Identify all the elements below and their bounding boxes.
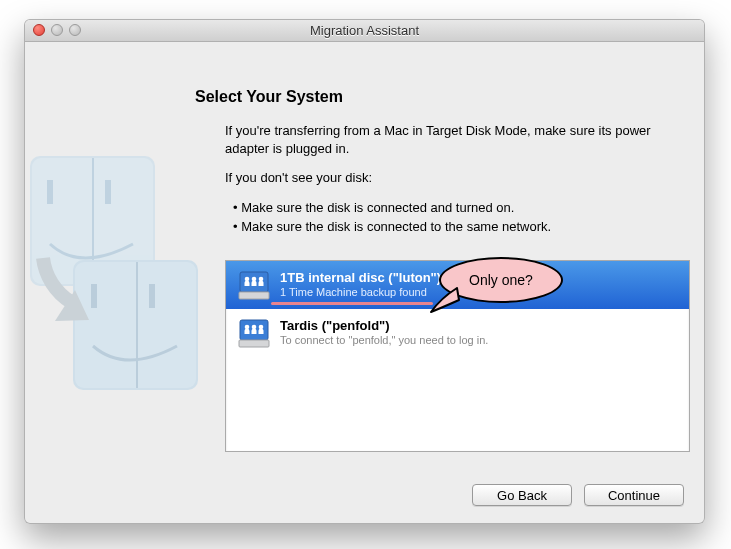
svg-rect-6: [75, 262, 196, 388]
window-title: Migration Assistant: [310, 23, 419, 38]
tips-list: Make sure the disk is connected and turn…: [225, 199, 665, 236]
network-disk-icon: [238, 317, 270, 349]
zoom-window-button[interactable]: [69, 24, 81, 36]
disk-title: 1TB internal disc ("luton"): [280, 270, 441, 286]
svg-rect-4: [105, 180, 111, 204]
finder-faces-illustration: [25, 142, 205, 412]
tip-item: Make sure the disk is connected to the s…: [233, 218, 665, 236]
annotation-underline: [271, 302, 433, 305]
close-window-button[interactable]: [33, 24, 45, 36]
svg-rect-8: [91, 284, 97, 308]
disk-row[interactable]: Tardis ("penfold") To connect to "penfol…: [226, 309, 689, 357]
window-controls: [33, 24, 81, 36]
svg-rect-3: [47, 180, 53, 204]
svg-rect-16: [239, 292, 269, 299]
disk-subtitle: To connect to "penfold," you need to log…: [280, 334, 488, 348]
continue-button[interactable]: Continue: [584, 484, 684, 506]
description-block: If you're transferring from a Mac in Tar…: [225, 122, 665, 238]
go-back-button[interactable]: Go Back: [472, 484, 572, 506]
tip-item: Make sure the disk is connected and turn…: [233, 199, 665, 217]
disk-title: Tardis ("penfold"): [280, 318, 488, 334]
tips-lead: If you don't see your disk:: [225, 169, 665, 187]
minimize-window-button[interactable]: [51, 24, 63, 36]
annotation-text: Only one?: [469, 272, 533, 288]
migration-assistant-window: Migration Assistant Select Your System I…: [24, 19, 705, 524]
network-disk-icon: [238, 269, 270, 301]
svg-rect-23: [239, 340, 269, 347]
disk-text: Tardis ("penfold") To connect to "penfol…: [280, 318, 488, 348]
content-area: Select Your System If you're transferrin…: [25, 42, 704, 523]
intro-text: If you're transferring from a Mac in Tar…: [225, 122, 665, 157]
disk-text: 1TB internal disc ("luton") 1 Time Machi…: [280, 270, 441, 300]
annotation-speech-tail: [429, 286, 463, 314]
page-heading: Select Your System: [195, 88, 343, 106]
disk-subtitle: 1 Time Machine backup found: [280, 286, 441, 300]
titlebar: Migration Assistant: [25, 20, 704, 42]
svg-rect-9: [149, 284, 155, 308]
button-bar: Go Back Continue: [472, 484, 684, 506]
